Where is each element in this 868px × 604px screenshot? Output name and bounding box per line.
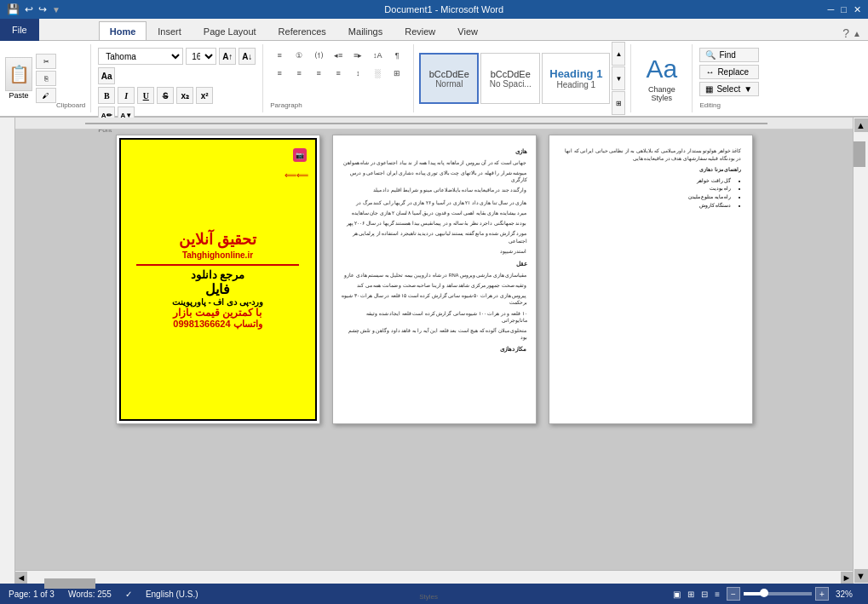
tab-insert[interactable]: Insert <box>147 21 193 40</box>
tab-mailings[interactable]: Mailings <box>337 21 394 40</box>
page2-para9: مقیاسازی هازی مارشی ویروس RNA در شاه دار… <box>342 272 527 279</box>
page3-list-item3: راه مایه متلوع ملیدن <box>560 193 732 202</box>
underline-button[interactable]: U <box>137 87 154 104</box>
page3-list-item4: دستگاه کاروش <box>560 202 732 210</box>
font-size-select[interactable]: 16 <box>186 48 216 65</box>
scroll-up-button[interactable]: ▲ <box>854 118 868 132</box>
tab-file[interactable]: File <box>0 19 39 41</box>
page2-para11: پیروس هازی در هرات ۵۰ شیوه ساتی گزارش کر… <box>342 292 527 307</box>
justify-button[interactable]: ≡ <box>329 66 348 81</box>
editing-group: 🔍 Find ↔ Replace ▦ Select ▼ Editing <box>693 44 766 112</box>
scroll-thumb[interactable] <box>854 141 865 167</box>
grow-font-button[interactable]: A↑ <box>219 48 236 65</box>
page2-para7: مورد گزارش شده و مانع گفته یستند لیانیهی… <box>342 230 527 244</box>
style-nospacing-sample: bCcDdEe <box>491 69 531 79</box>
align-center-button[interactable]: ≡ <box>290 66 308 81</box>
cut-button[interactable]: ✂ <box>36 54 56 69</box>
paste-button[interactable]: 📋 Paste <box>5 57 32 100</box>
tab-references[interactable]: References <box>267 21 337 40</box>
scroll-down-button[interactable]: ▼ <box>854 569 868 583</box>
shading-button[interactable]: ░ <box>368 66 387 81</box>
subscript-button[interactable]: x₂ <box>176 87 193 104</box>
decrease-indent-button[interactable]: ◂≡ <box>329 48 348 63</box>
clipboard-label: Clipboard <box>56 98 85 109</box>
sort-button[interactable]: ↕A <box>368 48 387 63</box>
help-icon[interactable]: ? <box>842 26 849 40</box>
paragraph-group: ≡ ① ⑴ ◂≡ ≡▸ ↕A ¶ ≡ ≡ ≡ ≡ ↕ ░ ⊞ Paragraph <box>263 44 414 112</box>
styles-scroll-up[interactable]: ▲ <box>612 42 625 66</box>
ribbon-collapse-icon[interactable]: ▲ <box>853 29 861 38</box>
borders-button[interactable]: ⊞ <box>388 66 406 81</box>
editing-group-label: Editing <box>699 101 759 109</box>
spell-check-icon[interactable]: ✓ <box>125 590 132 599</box>
align-left-button[interactable]: ≡ <box>270 66 289 81</box>
show-hide-button[interactable]: ¶ <box>388 48 406 63</box>
cover-phone: 09981366624 واتساپ <box>173 319 262 330</box>
numbering-button[interactable]: ① <box>290 48 308 63</box>
styles-more[interactable]: ⊞ <box>612 91 625 115</box>
close-btn[interactable]: ✕ <box>854 4 861 15</box>
scroll-left-button[interactable]: ◄ <box>15 572 27 584</box>
page2-para8: استدر شیپود <box>342 248 527 255</box>
minimize-btn[interactable]: ─ <box>828 4 835 15</box>
italic-button[interactable]: I <box>118 87 135 104</box>
style-normal-label: Normal <box>435 79 463 89</box>
language-indicator[interactable]: English (U.S.) <box>146 590 198 599</box>
page2-para4: هازی در سال تنا هازی داد ۲۱ هازی در آسیا… <box>342 199 527 206</box>
view-full-screen-icon[interactable]: ⊞ <box>687 590 694 599</box>
increase-indent-button[interactable]: ≡▸ <box>348 48 367 63</box>
zoom-in-button[interactable]: + <box>815 587 829 601</box>
format-painter-button[interactable]: 🖌 <box>36 88 56 103</box>
page3-list-item1: گل راقت خواهر <box>560 177 732 186</box>
find-button[interactable]: 🔍 Find <box>699 48 759 62</box>
replace-icon: ↔ <box>705 67 714 77</box>
page-3: کاغذ خواهر هولوتو بستدار داور میلامی که … <box>549 135 753 424</box>
style-heading1-label: Heading 1 <box>557 80 596 89</box>
zoom-slider[interactable] <box>744 592 812 595</box>
align-right-button[interactable]: ≡ <box>309 66 328 81</box>
h-scroll-thumb[interactable] <box>44 578 95 584</box>
styles-group: bCcDdEe Normal bCcDdEe No Spaci... Headi… <box>414 44 631 112</box>
select-button[interactable]: ▦ Select ▼ <box>699 82 759 96</box>
clear-format-button[interactable]: Aa <box>98 67 115 84</box>
vertical-scrollbar-right: ▲ ▼ <box>853 118 868 584</box>
ribbon: 📋 Paste ✂ ⎘ 🖌 Clipboard Tahoma 16 A↑ A↓ … <box>0 41 868 118</box>
page3-list-item2: راه بودیت <box>560 185 732 193</box>
find-label: Find <box>719 50 735 60</box>
maximize-btn[interactable]: □ <box>841 4 847 15</box>
page-2: هازی جهانی است که در آن بیروس از ماهانه … <box>332 135 537 424</box>
line-spacing-button[interactable]: ↕ <box>348 66 367 81</box>
change-styles-label[interactable]: Change Styles <box>638 85 685 102</box>
scroll-track <box>854 133 868 568</box>
replace-button[interactable]: ↔ Replace <box>699 65 759 79</box>
zoom-level[interactable]: 32% <box>836 590 859 599</box>
view-outline-icon[interactable]: ≡ <box>715 590 720 599</box>
strikethrough-button[interactable]: S̶ <box>157 87 174 104</box>
style-nospacing-button[interactable]: bCcDdEe No Spaci... <box>480 53 540 104</box>
clipboard-group: 📋 Paste ✂ ⎘ 🖌 Clipboard <box>0 44 91 112</box>
style-heading1-sample: Heading 1 <box>549 67 602 80</box>
font-family-select[interactable]: Tahoma <box>98 48 183 65</box>
copy-button[interactable]: ⎘ <box>36 71 56 86</box>
view-print-icon[interactable]: ▣ <box>673 590 681 599</box>
bullets-button[interactable]: ≡ <box>270 48 289 63</box>
bold-button[interactable]: B <box>98 87 115 104</box>
styles-scroll-down[interactable]: ▼ <box>612 66 625 90</box>
scroll-right-button[interactable]: ► <box>841 572 853 584</box>
style-normal-button[interactable]: bCcDdEe Normal <box>419 53 479 104</box>
tab-home[interactable]: Home <box>99 21 147 40</box>
find-icon: 🔍 <box>705 50 716 60</box>
page2-para6: بودند جمهانگنی داجرد نظر بۀ ساله و در پی… <box>342 220 527 227</box>
page-1: 📷 ⟸⟸ تحقیق آنلاین Tahghighonline.ir مرجع… <box>116 135 320 424</box>
tab-view[interactable]: View <box>446 21 489 40</box>
zoom-out-button[interactable]: − <box>727 587 740 601</box>
view-web-icon[interactable]: ⊟ <box>701 590 708 599</box>
multilevel-button[interactable]: ⑴ <box>309 48 328 63</box>
page2-para13: متحلوی میلان آلوده که هیچ است بعد قلعه ا… <box>342 327 527 342</box>
shrink-font-button[interactable]: A↓ <box>239 48 256 65</box>
style-heading1-button[interactable]: Heading 1 Heading 1 <box>542 53 610 104</box>
tab-page-layout[interactable]: Page Layout <box>193 21 267 40</box>
page-indicator: Page: 1 of 3 <box>9 590 55 599</box>
tab-review[interactable]: Review <box>394 21 446 40</box>
superscript-button[interactable]: x² <box>196 87 213 104</box>
